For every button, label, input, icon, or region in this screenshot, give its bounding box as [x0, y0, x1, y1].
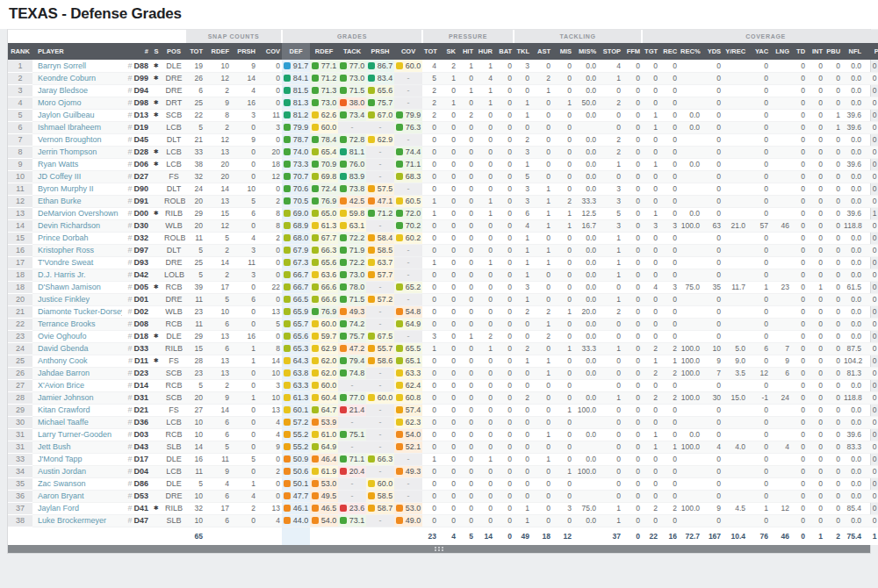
player-link[interactable]: Larry Turner-Gooden	[38, 430, 112, 439]
player-link[interactable]: Austin Jordan	[38, 467, 86, 476]
stat-cell: 0.0	[842, 293, 863, 305]
col-header-pos[interactable]: POS	[162, 43, 185, 60]
col-header-ffm[interactable]: FFM	[623, 43, 642, 60]
snap-count-cell: 13	[257, 305, 282, 318]
player-link[interactable]: Luke Brockermeyer	[38, 516, 106, 525]
player-link[interactable]: DeMarvion Overshown	[38, 209, 119, 218]
player-link[interactable]: D.J. Harris Jr.	[38, 270, 86, 279]
col-header-lng[interactable]: LNG	[770, 43, 791, 60]
col-header-rec[interactable]: REC%	[679, 43, 702, 60]
grade-value: 50.9	[293, 455, 309, 463]
horizontal-scrollbar[interactable]	[8, 545, 870, 553]
col-header-rdef[interactable]: RDEF	[205, 43, 231, 60]
grade-cell: 91.7	[282, 60, 310, 72]
col-header-rdef[interactable]: RDEF	[310, 43, 338, 60]
col-header-cov[interactable]: COV	[257, 43, 282, 60]
grade-cell: 74.8	[338, 367, 366, 379]
player-link[interactable]: Ovie Oghoufo	[38, 332, 87, 341]
col-header-bat[interactable]: BAT	[494, 43, 514, 60]
col-header-mis[interactable]: MIS%	[573, 43, 598, 60]
stat-cell: 2	[514, 133, 531, 146]
player-link[interactable]: X'Avion Brice	[38, 381, 84, 390]
player-link[interactable]: Devin Richardson	[38, 221, 100, 230]
player-link[interactable]: Anthony Cook	[38, 356, 88, 365]
col-header-mis[interactable]: MIS	[552, 43, 573, 60]
player-link[interactable]: Michael Taaffe	[38, 418, 89, 427]
player-link[interactable]: JD Coffey III	[38, 172, 81, 181]
col-header-hur[interactable]: HUR	[475, 43, 494, 60]
stat-cell: 0	[475, 428, 494, 441]
col-header-int[interactable]: INT	[807, 43, 824, 60]
player-link[interactable]: Aaron Bryant	[38, 491, 84, 500]
player-link[interactable]: Kitan Crawford	[38, 405, 90, 414]
stat-cell: 0	[807, 477, 824, 490]
grade-color-chip	[312, 148, 319, 155]
col-header-s[interactable]: S	[150, 43, 162, 60]
player-link[interactable]: Kristopher Ross	[38, 246, 94, 255]
player-link[interactable]: Moro Ojomo	[38, 98, 82, 107]
stat-cell: 0.0	[842, 453, 863, 465]
col-header-prsh[interactable]: PRSH	[231, 43, 257, 60]
col-header-sk[interactable]: SK	[438, 43, 457, 60]
col-header-nfl[interactable]: NFL	[842, 43, 863, 60]
player-cell: Anthony Cook	[32, 355, 122, 367]
col-header-stop[interactable]: STOP	[598, 43, 623, 60]
stat-cell: 0 (0)	[863, 502, 878, 514]
stat-cell: 0	[494, 269, 514, 281]
starter-cell: ✱	[150, 330, 162, 342]
col-header-tgt[interactable]: TGT	[642, 43, 659, 60]
col-header-rec[interactable]: REC	[659, 43, 679, 60]
snap-count-cell: 13	[257, 404, 282, 416]
grade-cell: 62.9	[366, 133, 394, 146]
player-link[interactable]: D'Shawn Jamison	[38, 283, 101, 291]
player-link[interactable]: Jaray Bledsoe	[38, 86, 88, 95]
player-link[interactable]: Ishmael Ibraheem	[38, 123, 101, 132]
col-header-prsh[interactable]: PRSH	[366, 43, 394, 60]
player-link[interactable]: Jaylan Ford	[38, 504, 79, 513]
player-link[interactable]: Prince Dorbah	[38, 233, 89, 242]
stat-cell: 0	[457, 146, 475, 158]
player-link[interactable]: Zac Swanson	[38, 479, 86, 488]
col-header-pbu[interactable]: PBU	[824, 43, 842, 60]
player-link[interactable]: Barryn Sorrell	[38, 61, 86, 70]
col-header-tack[interactable]: TACK	[338, 43, 366, 60]
grade-color-chip	[396, 431, 403, 438]
player-link[interactable]: T'Vondre Sweat	[38, 258, 93, 267]
player-link[interactable]: Justice Finkley	[38, 295, 90, 304]
col-header-player[interactable]: PLAYER	[32, 43, 122, 60]
col-header-def[interactable]: DEF	[282, 43, 310, 60]
col-header-rank[interactable]: RANK	[8, 43, 32, 60]
col-header-tkl[interactable]: TKL	[514, 43, 531, 60]
scrollbar-grip-icon[interactable]	[435, 547, 443, 551]
player-link[interactable]: Jahdae Barron	[38, 369, 90, 377]
player-link[interactable]: Diamonte Tucker-Dorsey	[38, 307, 122, 316]
player-link[interactable]: Jett Bush	[38, 442, 71, 451]
player-link[interactable]: David Gbenda	[38, 344, 89, 353]
player-link[interactable]: Vernon Broughton	[38, 135, 102, 144]
stat-cell: 0.0	[573, 330, 598, 342]
stat-cell: 0.0	[573, 318, 598, 330]
col-header-tot[interactable]: TOT	[185, 43, 205, 60]
col-header-td[interactable]: TD	[791, 43, 807, 60]
player-link[interactable]: Ethan Burke	[38, 197, 82, 205]
col-header-cov[interactable]: COV	[394, 43, 422, 60]
col-header-yac[interactable]: YAC	[747, 43, 770, 60]
col-header-ast[interactable]: AST	[531, 43, 552, 60]
player-link[interactable]: Ryan Watts	[38, 160, 78, 169]
player-link[interactable]: Jamier Johnson	[38, 393, 94, 402]
stat-cell: 0	[552, 490, 573, 502]
player-link[interactable]: Terrance Brooks	[38, 319, 96, 328]
col-header-yrec[interactable]: Y/REC	[723, 43, 747, 60]
player-link[interactable]: Byron Murphy II	[38, 184, 94, 193]
col-header-pen[interactable]: PEN	[863, 43, 878, 60]
col-header-tot[interactable]: TOT	[422, 43, 438, 60]
col-header-[interactable]: #	[122, 43, 150, 60]
player-link[interactable]: J'Mond Tapp	[38, 455, 83, 463]
col-header-hit[interactable]: HIT	[457, 43, 475, 60]
player-link[interactable]: Jaylon Guilbeau	[38, 111, 95, 119]
col-header-yds[interactable]: YDS	[702, 43, 723, 60]
table-row: 37Jaylan Ford#D41✱RILB321721346.146.523.…	[8, 502, 878, 514]
player-link[interactable]: Jerrin Thompson	[38, 147, 97, 156]
player-link[interactable]: Keondre Coburn	[38, 74, 96, 82]
totals-grade-cell	[366, 527, 394, 545]
